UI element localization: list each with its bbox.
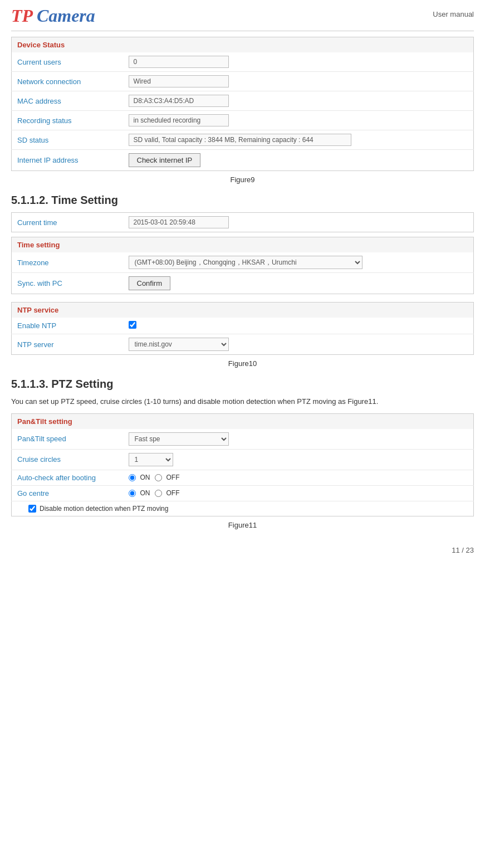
sync-with-pc-value: Confirm xyxy=(123,273,474,294)
pan-tilt-speed-label: Pan&Tilt speed xyxy=(12,429,123,450)
logo-cam: Camera xyxy=(32,6,95,26)
current-time-table: Current time 2015-03-01 20:59:48 xyxy=(11,212,474,232)
table-row: SD status SD valid, Total capacity : 384… xyxy=(12,130,474,150)
current-time-label: Current time xyxy=(12,213,123,232)
auto-check-on-radio[interactable] xyxy=(129,474,136,481)
table-row: Go centre ON OFF xyxy=(12,485,474,501)
ntp-service-header: NTP service xyxy=(12,303,474,318)
page-header: TP Camera User manual xyxy=(11,6,474,31)
auto-check-value: ON OFF xyxy=(123,470,474,485)
recording-status-label: Recording status xyxy=(12,111,123,130)
sync-with-pc-label: Sync. with PC xyxy=(12,273,123,294)
network-connection-label: Network connection xyxy=(12,72,123,91)
go-centre-off-label: OFF xyxy=(166,489,180,497)
sd-status-label: SD status xyxy=(12,130,123,150)
recording-status-value: in scheduled recording xyxy=(123,111,474,130)
enable-ntp-value xyxy=(123,318,474,334)
user-manual-label: User manual xyxy=(433,10,474,18)
table-row: Sync. with PC Confirm xyxy=(12,273,474,294)
enable-ntp-checkbox[interactable] xyxy=(129,321,136,329)
table-row: Recording status in scheduled recording xyxy=(12,111,474,130)
pan-tilt-speed-value: Fast spe xyxy=(123,429,474,450)
table-row: Disable motion detection when PTZ moving xyxy=(12,501,474,516)
table-row: Pan&Tilt speed Fast spe xyxy=(12,429,474,450)
table-row: Internet IP address Check internet IP xyxy=(12,150,474,171)
auto-check-radio-group: ON OFF xyxy=(129,474,468,481)
table-row: Enable NTP xyxy=(12,318,474,334)
table-row: Current time 2015-03-01 20:59:48 xyxy=(12,213,474,232)
time-setting-header: Time setting xyxy=(12,237,474,253)
cruise-circles-select[interactable]: 1 xyxy=(129,453,173,466)
pan-tilt-table: Pan&Tilt setting Pan&Tilt speed Fast spe… xyxy=(11,413,474,516)
internet-ip-label: Internet IP address xyxy=(12,150,123,171)
go-centre-radio-group: ON OFF xyxy=(129,489,468,497)
current-time-value: 2015-03-01 20:59:48 xyxy=(123,213,474,232)
ntp-server-value: time.nist.gov xyxy=(123,334,474,355)
ntp-table: NTP service Enable NTP NTP server time.n… xyxy=(11,302,474,355)
go-centre-label: Go centre xyxy=(12,485,123,501)
table-row: Auto-check after booting ON OFF xyxy=(12,470,474,485)
table-row: Cruise circles 1 xyxy=(12,449,474,470)
figure9-label: Figure9 xyxy=(11,175,474,184)
pan-tilt-header: Pan&Tilt setting xyxy=(12,413,474,429)
check-internet-ip-button[interactable]: Check internet IP xyxy=(129,153,201,167)
go-centre-on-radio[interactable] xyxy=(129,490,136,497)
figure10-label: Figure10 xyxy=(11,359,474,368)
current-users-field: 0 xyxy=(129,56,229,68)
current-time-field: 2015-03-01 20:59:48 xyxy=(129,216,229,228)
ptz-setting-heading: 5.1.1.3. PTZ Setting xyxy=(11,378,474,391)
disable-motion-label: Disable motion detection when PTZ moving xyxy=(40,505,168,513)
go-centre-value: ON OFF xyxy=(123,485,474,501)
mac-address-label: MAC address xyxy=(12,91,123,111)
pan-tilt-speed-select[interactable]: Fast spe xyxy=(129,432,229,446)
sd-status-value: SD valid, Total capacity : 3844 MB, Rema… xyxy=(123,130,474,150)
ptz-body-text: You can set up PTZ speed, cruise circles… xyxy=(11,396,474,408)
page-number: 11 / 23 xyxy=(11,546,474,554)
timezone-label: Timezone xyxy=(12,252,123,273)
cruise-circles-value: 1 xyxy=(123,449,474,470)
ntp-server-label: NTP server xyxy=(12,334,123,355)
ntp-section: NTP service Enable NTP NTP server time.n… xyxy=(11,302,474,355)
auto-check-off-radio[interactable] xyxy=(155,474,162,481)
timezone-select[interactable]: (GMT+08:00) Beijing，Chongqing，HKSAR，Urum… xyxy=(129,256,362,269)
table-row: Timezone (GMT+08:00) Beijing，Chongqing，H… xyxy=(12,252,474,273)
auto-check-label: Auto-check after booting xyxy=(12,470,123,485)
device-status-header: Device Status xyxy=(12,37,474,53)
cruise-circles-label: Cruise circles xyxy=(12,449,123,470)
go-centre-on-label: ON xyxy=(140,489,150,497)
time-setting-table: Time setting Timezone (GMT+08:00) Beijin… xyxy=(11,237,474,294)
current-users-value: 0 xyxy=(123,52,474,72)
figure11-label: Figure11 xyxy=(11,521,474,529)
go-centre-off-radio[interactable] xyxy=(155,490,162,497)
logo-tp: TP xyxy=(11,6,32,26)
network-connection-field: Wired xyxy=(129,75,229,87)
mac-address-field: D8:A3:C3:A4:D5:AD xyxy=(129,95,229,107)
auto-check-off-label: OFF xyxy=(166,474,180,481)
table-row: NTP server time.nist.gov xyxy=(12,334,474,355)
current-users-label: Current users xyxy=(12,52,123,72)
table-row: MAC address D8:A3:C3:A4:D5:AD xyxy=(12,91,474,111)
disable-motion-checkbox[interactable] xyxy=(28,505,36,513)
mac-address-value: D8:A3:C3:A4:D5:AD xyxy=(123,91,474,111)
device-status-table: Device Status Current users 0 Network co… xyxy=(11,37,474,171)
confirm-button[interactable]: Confirm xyxy=(129,276,171,290)
disable-motion-label-container: Disable motion detection when PTZ moving xyxy=(28,505,468,513)
sd-status-field: SD valid, Total capacity : 3844 MB, Rema… xyxy=(129,134,351,146)
internet-ip-value: Check internet IP xyxy=(123,150,474,171)
table-row: Current users 0 xyxy=(12,52,474,72)
network-connection-value: Wired xyxy=(123,72,474,91)
auto-check-on-label: ON xyxy=(140,474,150,481)
recording-status-field: in scheduled recording xyxy=(129,114,229,126)
time-setting-heading: 5.1.1.2. Time Setting xyxy=(11,194,474,207)
enable-ntp-label: Enable NTP xyxy=(12,318,123,334)
table-row: Network connection Wired xyxy=(12,72,474,91)
ntp-server-select[interactable]: time.nist.gov xyxy=(129,338,229,351)
disable-motion-cell: Disable motion detection when PTZ moving xyxy=(12,501,474,516)
logo: TP Camera xyxy=(11,6,95,26)
timezone-value: (GMT+08:00) Beijing，Chongqing，HKSAR，Urum… xyxy=(123,252,474,273)
